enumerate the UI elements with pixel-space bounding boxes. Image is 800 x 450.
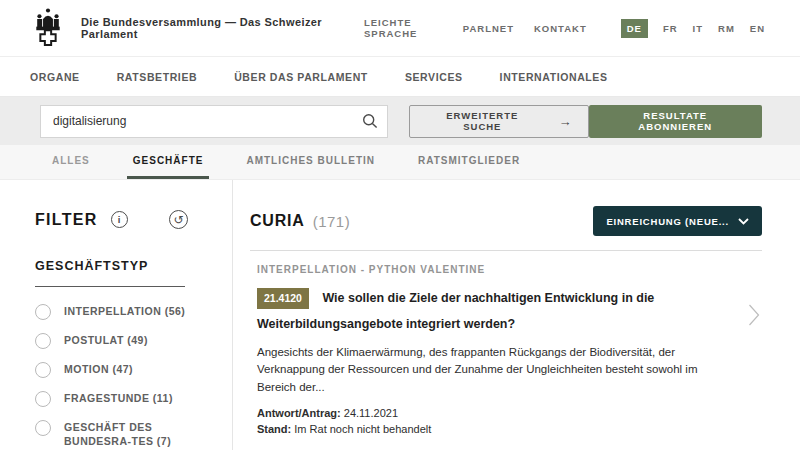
status-label: Stand:: [257, 423, 291, 435]
radio-icon[interactable]: [35, 362, 51, 378]
sort-dropdown-button[interactable]: EINREICHUNG (NEUE...: [593, 206, 762, 236]
result-category: INTERPELLATION - PYTHON VALENTINE: [257, 264, 722, 275]
search-submit-button[interactable]: [353, 106, 387, 137]
filter-options: INTERPELLATION (56) POSTULAT (49) MOTION…: [35, 304, 232, 450]
nav-item-internationales[interactable]: INTERNATIONALES: [500, 71, 608, 83]
results-panel: CURIA (171) EINREICHUNG (NEUE... INTERPE…: [233, 180, 800, 450]
language-switcher: DE FR IT RM EN: [621, 19, 765, 38]
sort-dropdown-label: EINREICHUNG (NEUE...: [606, 216, 729, 227]
lang-de[interactable]: DE: [621, 19, 648, 38]
filter-option-label: MOTION (47): [64, 362, 202, 376]
info-icon[interactable]: i: [111, 211, 128, 228]
lang-fr[interactable]: FR: [663, 23, 678, 34]
subscribe-results-button[interactable]: RESULTATE ABONNIEREN: [589, 105, 762, 138]
results-count: (171): [313, 213, 351, 230]
result-summary: Angesichts der Klimaerwärmung, des frapp…: [257, 344, 722, 396]
filter-section-rule: [35, 286, 185, 287]
chevron-right-icon[interactable]: [748, 303, 760, 327]
parliament-logo-icon[interactable]: [30, 7, 66, 49]
arrow-right-icon: →: [559, 114, 572, 129]
nav-item-ratsbetrieb[interactable]: RATSBETRIEB: [117, 71, 198, 83]
filter-option-interpellation[interactable]: INTERPELLATION (56): [35, 304, 232, 320]
result-meta-status: Stand: Im Rat noch nicht behandelt: [257, 421, 722, 438]
advanced-search-label: ERWEITERTE SUCHE: [426, 110, 538, 132]
nav-item-services[interactable]: SERVICES: [405, 71, 463, 83]
reset-filter-icon[interactable]: ↺: [169, 210, 188, 229]
tab-alles[interactable]: ALLES: [46, 145, 96, 179]
search-bar: ERWEITERTE SUCHE → RESULTATE ABONNIEREN: [0, 97, 800, 145]
result-title-row: 21.4120 Wie sollen die Ziele der nachhal…: [257, 284, 722, 335]
lang-it[interactable]: IT: [693, 23, 703, 34]
lang-rm[interactable]: RM: [718, 23, 735, 34]
filter-option-label: INTERPELLATION (56): [64, 304, 202, 318]
business-id-badge: 21.4120: [257, 288, 309, 309]
utility-link-kontakt[interactable]: KONTAKT: [534, 23, 587, 34]
filter-option-geschaeft-des-bundesrates[interactable]: GESCHÄFT DES BUNDESRA-TES (7): [35, 420, 232, 448]
radio-icon[interactable]: [35, 333, 51, 349]
results-header: CURIA (171) EINREICHUNG (NEUE...: [250, 206, 762, 236]
filter-option-motion[interactable]: MOTION (47): [35, 362, 232, 378]
utility-link-leichte-sprache[interactable]: LEICHTE SPRACHE: [364, 17, 443, 39]
filter-option-postulat[interactable]: POSTULAT (49): [35, 333, 232, 349]
utility-nav: LEICHTE SPRACHE PARLNET KONTAKT DE FR IT…: [364, 17, 765, 39]
filter-section-title: GESCHÄFTSTYP: [35, 259, 232, 273]
nav-item-ueber-das-parlament[interactable]: ÜBER DAS PARLAMENT: [234, 71, 368, 83]
filter-option-label: FRAGESTUNDE (11): [64, 391, 202, 405]
radio-icon[interactable]: [35, 304, 51, 320]
status-value: Im Rat noch nicht behandelt: [294, 423, 431, 435]
result-item[interactable]: INTERPELLATION - PYTHON VALENTINE 21.412…: [250, 251, 762, 450]
radio-icon[interactable]: [35, 420, 51, 436]
lang-en[interactable]: EN: [750, 23, 765, 34]
search-box: [40, 105, 388, 138]
tab-geschaefte[interactable]: GESCHÄFTE: [127, 145, 210, 179]
result-tabs: ALLES GESCHÄFTE AMTLICHES BULLETIN RATSM…: [0, 145, 800, 180]
utility-link-parlnet[interactable]: PARLNET: [463, 23, 514, 34]
search-input[interactable]: [41, 114, 353, 128]
top-header: Die Bundesversammlung — Das Schweizer Pa…: [0, 0, 800, 57]
result-title[interactable]: Wie sollen die Ziele der nachhaltigen En…: [257, 291, 654, 331]
filter-sidebar: FILTER i ↺ GESCHÄFTSTYP INTERPELLATION (…: [0, 180, 233, 450]
result-meta-answer: Antwort/Antrag: 24.11.2021: [257, 405, 722, 422]
answer-value: 24.11.2021: [344, 407, 398, 419]
chevron-down-icon: [738, 218, 749, 225]
site-tagline: Die Bundesversammlung — Das Schweizer Pa…: [81, 16, 364, 40]
nav-item-organe[interactable]: ORGANE: [30, 71, 80, 83]
radio-icon[interactable]: [35, 391, 51, 407]
filter-title: FILTER: [35, 211, 98, 229]
main-nav: ORGANE RATSBETRIEB ÜBER DAS PARLAMENT SE…: [0, 57, 800, 97]
answer-label: Antwort/Antrag:: [257, 407, 341, 419]
filter-option-label: GESCHÄFT DES BUNDESRA-TES (7): [64, 420, 202, 448]
result-meta: Antwort/Antrag: 24.11.2021 Stand: Im Rat…: [257, 405, 722, 438]
results-title: CURIA: [250, 212, 305, 230]
advanced-search-button[interactable]: ERWEITERTE SUCHE →: [409, 105, 588, 138]
filter-header: FILTER i ↺: [35, 210, 232, 229]
filter-option-label: POSTULAT (49): [64, 333, 202, 347]
search-icon: [362, 113, 378, 129]
tab-amtliches-bulletin[interactable]: AMTLICHES BULLETIN: [240, 145, 381, 179]
content-area: FILTER i ↺ GESCHÄFTSTYP INTERPELLATION (…: [0, 180, 800, 450]
tab-ratsmitglieder[interactable]: RATSMITGLIEDER: [412, 145, 526, 179]
filter-option-fragestunde[interactable]: FRAGESTUNDE (11): [35, 391, 232, 407]
